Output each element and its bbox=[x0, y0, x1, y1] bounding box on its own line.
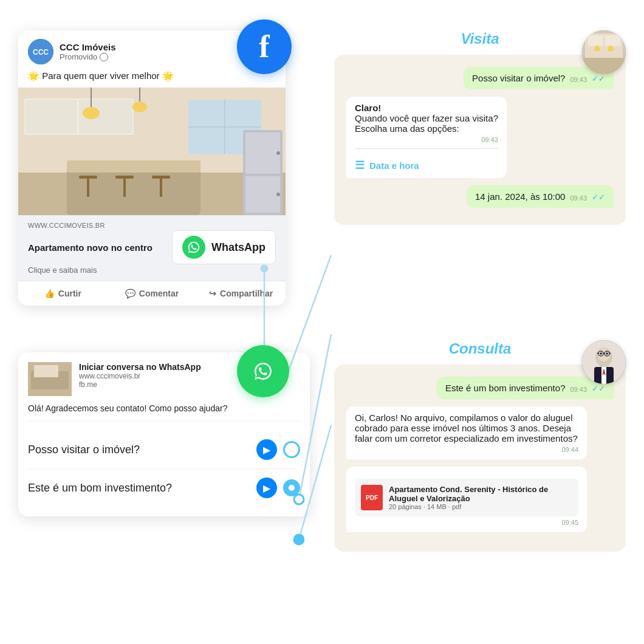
visita-msg3-time: 09:43 bbox=[570, 194, 587, 202]
whatsapp-svg bbox=[248, 357, 278, 386]
wa-dot-circle-1 bbox=[283, 441, 300, 458]
svg-rect-45 bbox=[605, 35, 620, 46]
wa-send-arrow-1[interactable]: ▶ bbox=[256, 439, 277, 460]
consulta-msg1-time: 09:43 bbox=[570, 386, 587, 393]
svg-rect-39 bbox=[34, 365, 58, 377]
fb-page-name: CCC Imóveis bbox=[60, 42, 116, 52]
svg-rect-31 bbox=[160, 179, 162, 197]
visita-avatar bbox=[582, 30, 626, 74]
svg-rect-26 bbox=[79, 176, 97, 179]
wa-quick-reply-1[interactable]: Posso visitar o imóvel? ▶ bbox=[28, 431, 300, 469]
visita-msg2: Claro! Quando você quer fazer sua visita… bbox=[346, 97, 614, 178]
svg-point-54 bbox=[606, 352, 608, 355]
svg-text:CCC: CCC bbox=[33, 48, 49, 57]
svg-point-22 bbox=[132, 101, 147, 112]
svg-line-57 bbox=[609, 353, 611, 354]
svg-point-47 bbox=[608, 46, 614, 52]
svg-point-53 bbox=[600, 352, 602, 355]
consulta-chat-box: Consulta Este é um bom investime bbox=[334, 340, 626, 552]
svg-rect-30 bbox=[152, 176, 170, 179]
visita-chat-box: Visita Posso visitar o imóvel? 09:43 ✓✓ bbox=[334, 30, 626, 225]
wa-send-arrow-2[interactable]: ▶ bbox=[256, 478, 277, 498]
svg-point-6 bbox=[294, 535, 304, 544]
wa-reply2-text: Este é um bom investimento? bbox=[28, 482, 172, 495]
svg-point-7 bbox=[304, 537, 309, 542]
consulta-msg1: Este é um bom investimento? 09:43 ✓✓ bbox=[346, 377, 614, 399]
fb-caption: 🌟 Para quem quer viver melhor 🌟 bbox=[18, 70, 286, 87]
visita-msg1-text: Posso visitar o imóvel? bbox=[472, 73, 565, 83]
svg-point-8 bbox=[248, 357, 278, 386]
fb-link-bar: WWW.CCCIMOVEIS.BR Apartamento novo no ce… bbox=[18, 215, 286, 281]
fb-whatsapp-cta[interactable]: WhatsApp bbox=[172, 230, 276, 264]
fb-url: WWW.CCCIMOVEIS.BR bbox=[28, 222, 276, 229]
visita-msg2-line3: Escolha uma das opções: bbox=[355, 123, 498, 134]
facebook-icon: f bbox=[237, 19, 292, 74]
svg-rect-25 bbox=[67, 160, 200, 173]
fb-action-bar: 👍 Curtir 💬 Comentar ↪ Compartilhar bbox=[18, 281, 286, 306]
visita-chat-container: Posso visitar o imóvel? 09:43 ✓✓ Claro! … bbox=[334, 55, 626, 225]
visita-msg1: Posso visitar o imóvel? 09:43 ✓✓ bbox=[346, 67, 614, 89]
wa-quick-reply-2[interactable]: Este é um bom investimento? ▶ bbox=[28, 469, 300, 507]
consulta-msg2-text: Oi, Carlos! No arquivo, compilamos o val… bbox=[355, 413, 578, 444]
fb-property-image bbox=[18, 87, 286, 215]
fb-cta-subtitle: Clique e saiba mais bbox=[28, 265, 276, 275]
fb-share-button[interactable]: ↪ Compartilhar bbox=[196, 284, 286, 303]
svg-point-35 bbox=[276, 151, 280, 155]
fb-comment-button[interactable]: 💬 Comentar bbox=[108, 284, 197, 303]
svg-rect-34 bbox=[245, 176, 280, 213]
svg-line-56 bbox=[597, 353, 598, 354]
svg-rect-17 bbox=[26, 100, 77, 134]
consulta-pdf-time: 09:45 bbox=[561, 519, 578, 526]
facebook-ad-card: CCC CCC Imóveis Promovido 🌟 Para quem qu… bbox=[18, 30, 286, 306]
visita-list-btn[interactable]: ☰ Data e hora bbox=[355, 159, 498, 172]
pdf-meta: 20 páginas · 14 MB · pdf bbox=[389, 503, 572, 510]
wa-thumb-image bbox=[28, 362, 72, 396]
fb-page-avatar: CCC bbox=[28, 39, 53, 64]
visita-msg1-time: 09:43 bbox=[570, 76, 587, 83]
fb-link-title: Apartamento novo no centro WhatsApp bbox=[28, 230, 276, 264]
fb-cta-whatsapp-icon bbox=[182, 236, 205, 259]
pdf-title: Apartamento Cond. Serenity - Histórico d… bbox=[389, 485, 572, 503]
svg-point-36 bbox=[276, 193, 280, 196]
wa-reply1-text: Posso visitar o imóvel? bbox=[28, 444, 140, 456]
wa-greeting-text: Olá! Agradecemos seu contato! Como posso… bbox=[28, 403, 300, 421]
fb-promoted-label: Promovido bbox=[60, 52, 116, 61]
consulta-chat-container: Este é um bom investimento? 09:43 ✓✓ Oi,… bbox=[334, 365, 626, 552]
svg-rect-44 bbox=[588, 35, 603, 46]
whatsapp-icon-circle bbox=[237, 345, 289, 397]
visita-msg3-text: 14 jan. 2024, às 10:00 bbox=[475, 191, 565, 202]
visita-msg2-line1: Claro! bbox=[355, 103, 498, 113]
svg-rect-27 bbox=[87, 179, 89, 197]
consulta-msg2-time: 09:44 bbox=[561, 446, 578, 453]
svg-rect-28 bbox=[115, 176, 134, 179]
svg-point-46 bbox=[594, 46, 600, 52]
consulta-msg2: Oi, Carlos! No arquivo, compilamos o val… bbox=[346, 406, 614, 459]
consulta-msg1-text: Este é um bom investimento? bbox=[445, 383, 566, 393]
svg-point-20 bbox=[83, 107, 100, 119]
visita-msg3: 14 jan. 2024, às 10:00 09:43 ✓✓ bbox=[346, 185, 614, 208]
fb-whatsapp-label: WhatsApp bbox=[211, 241, 265, 254]
wa-dot-circle-2 bbox=[283, 479, 300, 496]
consulta-pdf-msg: PDF Apartamento Cond. Serenity - Históri… bbox=[346, 467, 614, 532]
consulta-avatar bbox=[582, 340, 626, 384]
fb-like-button[interactable]: 👍 Curtir bbox=[18, 284, 108, 303]
visita-label: Visita bbox=[334, 30, 626, 47]
pdf-attachment[interactable]: PDF Apartamento Cond. Serenity - Históri… bbox=[355, 479, 578, 516]
visita-msg2-line2: Quando você quer fazer sua visita? bbox=[355, 113, 498, 123]
consulta-label: Consulta bbox=[334, 340, 626, 357]
pdf-icon: PDF bbox=[361, 485, 383, 510]
svg-rect-29 bbox=[123, 179, 126, 197]
visita-msg2-time: 09:43 bbox=[481, 136, 498, 143]
svg-rect-33 bbox=[245, 132, 280, 174]
